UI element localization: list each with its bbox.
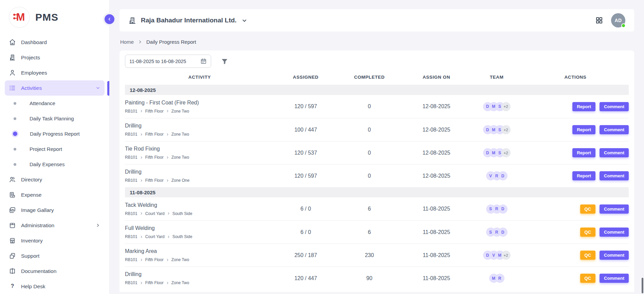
- path-segment: RB101: [125, 155, 137, 160]
- chevron-right-icon: [95, 223, 100, 228]
- comment-button[interactable]: Comment: [600, 228, 629, 237]
- comment-button[interactable]: Comment: [600, 125, 629, 134]
- comment-button[interactable]: Comment: [600, 102, 629, 111]
- chevron-down-icon: [241, 17, 247, 24]
- activity-name: Drilling: [125, 169, 274, 175]
- breadcrumb-home-link[interactable]: Home: [120, 39, 134, 45]
- activity-name: Tie Rod Fixing: [125, 146, 274, 152]
- path-segment: Zone Two: [171, 109, 189, 114]
- bullet-dot-icon: [14, 117, 16, 120]
- sidebar-item-help-desk[interactable]: ?Help Desk: [5, 279, 105, 294]
- apps-grid-icon[interactable]: [595, 17, 603, 24]
- sidebar-item-employees[interactable]: Employees: [5, 65, 105, 80]
- sidebar-item-expense[interactable]: Expense: [5, 187, 105, 202]
- activity-cell: Marking Area RB101Fifth FloorZone Two: [125, 248, 274, 262]
- image-icon: [9, 207, 16, 214]
- team-cell: MR: [471, 274, 522, 283]
- sidebar-item-label: Projects: [21, 55, 40, 61]
- sidebar-subitem-attendance[interactable]: Attendance: [0, 96, 109, 111]
- table-row: Full Welding RB101Court YardSouth Side 6…: [125, 220, 629, 243]
- sidebar-subitem-daily-progress-report[interactable]: Daily Progress Report: [0, 126, 109, 141]
- sidebar-item-image-gallary[interactable]: Image Gallary: [5, 202, 105, 218]
- qc-button[interactable]: QC: [580, 251, 596, 260]
- report-button[interactable]: Report: [572, 125, 595, 134]
- path-chevron-icon: [140, 212, 143, 215]
- filter-icon[interactable]: [221, 58, 228, 65]
- qc-button[interactable]: QC: [580, 204, 596, 214]
- topbar: Raja Bahadur International Ltd. AD: [119, 9, 634, 32]
- actions-cell: ReportComment: [522, 171, 629, 180]
- team-member-avatar[interactable]: R: [495, 274, 504, 283]
- path-segment: Zone Two: [171, 280, 189, 285]
- brand[interactable]: M PMS: [0, 0, 109, 35]
- receipt-icon: [9, 191, 16, 198]
- filter-row: 11-08-2025 to 16-08-2025: [125, 55, 629, 68]
- team-more-badge[interactable]: +2: [501, 102, 511, 111]
- comment-button[interactable]: Comment: [600, 171, 629, 180]
- scrollbar-thumb[interactable]: [642, 278, 643, 293]
- path-chevron-icon: [140, 133, 143, 136]
- activity-location-path: RB101Fifth FloorZone One: [125, 178, 274, 183]
- main-content: Raja Bahadur International Ltd. AD: [110, 0, 644, 294]
- sidebar-item-label: Employees: [21, 70, 47, 76]
- sidebar-item-dashboard[interactable]: Dashboard: [5, 35, 105, 50]
- sidebar-item-directory[interactable]: Directory: [5, 172, 105, 187]
- sidebar-item-activities[interactable]: Activities: [5, 80, 105, 96]
- sidebar-subitem-project-report[interactable]: Project Report: [0, 141, 109, 157]
- qc-button[interactable]: QC: [580, 228, 596, 237]
- team-member-avatar[interactable]: D: [498, 204, 508, 214]
- actions-cell: ReportComment: [522, 125, 629, 134]
- activity-cell: Drilling RB101Fifth FloorZone Two: [125, 123, 274, 137]
- activity-name: Drilling: [125, 271, 274, 277]
- sidebar-item-label: Administration: [21, 222, 54, 229]
- comment-button[interactable]: Comment: [600, 274, 629, 283]
- svg-text:?: ?: [11, 283, 14, 289]
- column-header-activity: ACTIVITY: [125, 75, 274, 80]
- path-chevron-icon: [167, 212, 170, 215]
- path-segment: Fifth Floor: [145, 280, 164, 285]
- people-icon: [9, 176, 16, 183]
- team-more-badge[interactable]: +2: [501, 251, 511, 260]
- user-avatar[interactable]: AD: [611, 13, 625, 27]
- comment-button[interactable]: Comment: [600, 148, 629, 157]
- sidebar-subitem-daily-task-planning[interactable]: Daily Task Planning: [0, 111, 109, 126]
- team-more-badge[interactable]: +2: [501, 125, 511, 134]
- assign-on-cell: 12-08-2025: [402, 103, 471, 110]
- path-segment: RB101: [125, 109, 137, 114]
- date-range-input[interactable]: 11-08-2025 to 16-08-2025: [125, 55, 211, 68]
- report-button[interactable]: Report: [572, 102, 595, 111]
- path-segment: Zone Two: [171, 257, 189, 262]
- date-group-row: 11-08-2025: [125, 187, 629, 197]
- path-chevron-icon: [166, 281, 169, 285]
- comment-button[interactable]: Comment: [600, 204, 629, 214]
- company-selector[interactable]: Raja Bahadur International Ltd.: [128, 17, 247, 24]
- assigned-cell: 6 / 0: [274, 229, 337, 235]
- sidebar-subitem-daily-expenses[interactable]: Daily Expenses: [0, 157, 109, 172]
- sidebar-collapse-button[interactable]: [105, 14, 114, 24]
- activity-location-path: RB101Fifth FloorZone Two: [125, 257, 274, 262]
- report-button[interactable]: Report: [572, 148, 595, 157]
- qc-button[interactable]: QC: [580, 274, 596, 283]
- sidebar-item-documentation[interactable]: Documentation: [5, 263, 105, 279]
- sidebar-item-projects[interactable]: Projects: [5, 50, 105, 65]
- team-cell: SRD: [471, 204, 522, 214]
- sidebar-item-inventory[interactable]: Inventory: [5, 233, 105, 248]
- bullet-dot-icon: [14, 148, 16, 151]
- sidebar: M PMS DashboardProjectsEmployeesActiviti…: [0, 0, 110, 294]
- archive-icon: [9, 222, 16, 229]
- report-button[interactable]: Report: [572, 171, 595, 180]
- actions-cell: QCComment: [522, 251, 629, 260]
- table-row: Tack Welding RB101Court YardSouth Side 6…: [125, 197, 629, 220]
- table-row: Drilling RB101Fifth FloorZone One 120 / …: [125, 164, 629, 187]
- completed-cell: 0: [337, 127, 402, 133]
- sidebar-item-support[interactable]: Support: [5, 248, 105, 263]
- sidebar-item-administration[interactable]: Administration: [5, 218, 105, 233]
- team-member-avatar[interactable]: D: [498, 228, 508, 237]
- team-more-badge[interactable]: +2: [501, 148, 511, 157]
- path-segment: RB101: [125, 280, 137, 285]
- breadcrumb-current: Daily Progress Report: [146, 39, 196, 45]
- copy-icon: [9, 252, 16, 259]
- comment-button[interactable]: Comment: [600, 251, 629, 260]
- actions-cell: QCComment: [522, 228, 629, 237]
- team-member-avatar[interactable]: D: [498, 171, 508, 180]
